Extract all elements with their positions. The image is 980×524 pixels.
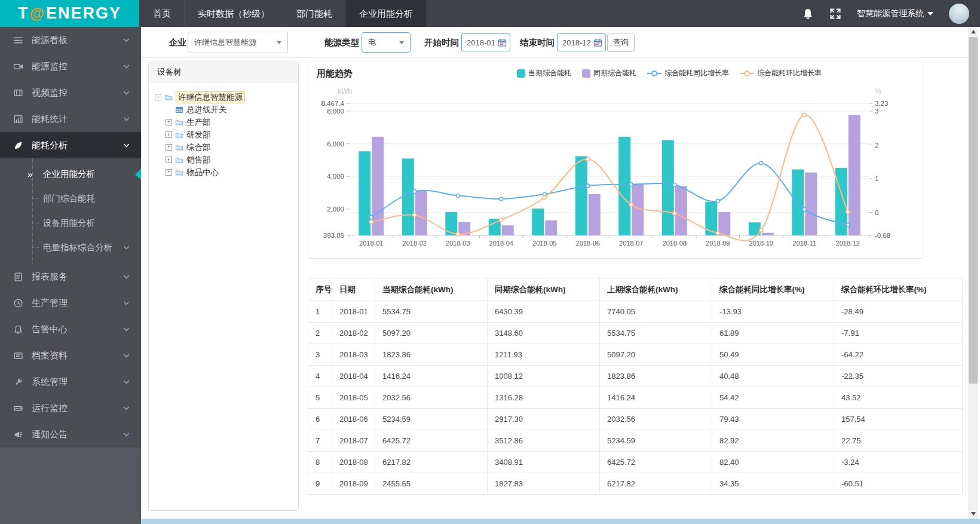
table-cell: 2018-09 xyxy=(332,473,375,495)
expand-icon[interactable]: + xyxy=(166,144,172,151)
legend-swatch xyxy=(517,69,525,78)
energy-type-select[interactable]: 电 xyxy=(362,32,411,53)
megaphone-icon xyxy=(13,430,23,440)
calendar-icon[interactable] xyxy=(498,38,507,47)
table-row[interactable]: 32018-031823.861211.935097.2050.49-64.22 xyxy=(308,344,963,366)
sidebar-item-生产管理[interactable]: 生产管理 xyxy=(0,290,141,316)
tree-node-物品中心[interactable]: +物品中心 xyxy=(166,166,292,179)
sidebar-item-能耗分析[interactable]: 能耗分析 xyxy=(0,132,141,158)
table-cell: 34.35 xyxy=(712,473,834,495)
sidebar-item-能耗统计[interactable]: 能耗统计 xyxy=(0,106,141,132)
legend-item-综合能耗环比增长率[interactable]: 综合能耗环比增长率 xyxy=(740,68,822,78)
sidebar-item-能源监控[interactable]: 能源监控 xyxy=(0,53,141,79)
tree-node-总进线开关[interactable]: 总进线开关 xyxy=(166,103,292,116)
brand-logo: T@ENERGY xyxy=(0,0,139,27)
end-time-label: 结束时间 xyxy=(520,37,555,48)
sidebar-item-系统管理[interactable]: 系统管理 xyxy=(0,369,141,395)
svg-text:2018-02: 2018-02 xyxy=(403,240,427,247)
device-tree-title: 设备树 xyxy=(149,62,298,82)
table-cell: -60.51 xyxy=(834,473,963,495)
legend-label: 同期综合能耗 xyxy=(593,68,636,78)
calendar-icon[interactable] xyxy=(593,38,602,47)
nav-item[interactable]: 部门能耗 xyxy=(283,0,345,27)
table-cell: 5534.75 xyxy=(600,323,712,344)
expand-icon[interactable]: + xyxy=(166,157,172,163)
table-row[interactable]: 22018-025097.203148.605534.7561.89-7.91 xyxy=(308,323,963,344)
nav-item[interactable]: 企业用能分析 xyxy=(345,0,426,27)
legend-line-marker xyxy=(740,70,754,77)
sidebar-item-运行监控[interactable]: 运行监控 xyxy=(0,395,141,421)
legend-item-当期综合能耗[interactable]: 当期综合能耗 xyxy=(517,68,571,78)
table-row[interactable]: 52018-052032.561316.281416.2454.4243.52 xyxy=(308,387,963,409)
table-row[interactable]: 72018-076425.723512.865234.5982.9222.75 xyxy=(308,430,963,452)
start-date-input[interactable] xyxy=(467,38,498,47)
company-select[interactable]: 许继信息智慧能源 xyxy=(188,32,288,53)
sidebar-subitem-电量指标综合分析[interactable]: 电量指标综合分析 xyxy=(0,235,141,260)
tree-node-label: 销售部 xyxy=(186,155,211,166)
sidebar-item-档案资料[interactable]: 档案资料 xyxy=(0,342,141,369)
table-cell: 9 xyxy=(308,473,332,495)
legend-swatch xyxy=(582,69,590,78)
table-cell: -64.22 xyxy=(834,344,963,366)
bell-icon xyxy=(13,324,23,335)
chevron-down-icon xyxy=(122,142,130,149)
scrollbar-thumb[interactable] xyxy=(969,37,978,384)
sidebar-subitem-企业用能分析[interactable]: »企业用能分析 xyxy=(0,162,141,186)
tree-node-生产部[interactable]: +生产部 xyxy=(166,116,292,128)
table-cell: 61.89 xyxy=(712,323,834,344)
legend-item-综合能耗同比增长率[interactable]: 综合能耗同比增长率 xyxy=(647,68,729,78)
table-cell: 43.52 xyxy=(834,387,963,409)
chevron-down-icon xyxy=(122,299,130,307)
table-cell: 50.49 xyxy=(712,344,834,366)
sidebar-subitem-设备用能分析[interactable]: 设备用能分析 xyxy=(0,211,141,235)
notification-bell-icon[interactable] xyxy=(802,8,814,20)
table-row[interactable]: 82018-086217.823408.916425.7282.40-3.24 xyxy=(308,452,963,473)
sidebar-subitem-label: 企业用能分析 xyxy=(43,168,95,180)
chevron-down-icon xyxy=(122,63,130,71)
table-row[interactable]: 92018-092455.651827.836217.8234.35-60.51 xyxy=(308,473,963,495)
sidebar-item-label: 能源看板 xyxy=(32,35,68,46)
tree-node-销售部[interactable]: +销售部 xyxy=(166,154,292,166)
expand-icon[interactable]: + xyxy=(166,131,172,138)
tree-node-研发部[interactable]: +研发部 xyxy=(166,128,292,141)
sidebar-item-label: 生产管理 xyxy=(32,298,68,309)
end-date-input[interactable] xyxy=(562,38,593,47)
legend-item-同期综合能耗[interactable]: 同期综合能耗 xyxy=(582,68,636,78)
sidebar-subitem-部门综合能耗[interactable]: 部门综合能耗 xyxy=(0,186,141,211)
page-scrollbar[interactable] xyxy=(968,27,978,519)
sidebar-item-告警中心[interactable]: 告警中心 xyxy=(0,316,141,342)
tree-node-综合部[interactable]: +综合部 xyxy=(166,141,292,154)
scroll-up-arrow-icon[interactable] xyxy=(968,27,978,36)
collapse-icon[interactable]: − xyxy=(155,94,161,100)
table-cell: 40.48 xyxy=(712,366,834,387)
table-row[interactable]: 42018-041416.241008.121823.8640.48-22.35 xyxy=(308,366,963,387)
query-button[interactable]: 查询 xyxy=(607,33,635,52)
clock-icon xyxy=(13,298,23,308)
chevron-down-icon xyxy=(122,36,130,44)
energy-data-table: 序号日期当期综合能耗(kWh)同期综合能耗(kWh)上期综合能耗(kWh)综合能… xyxy=(308,278,963,495)
nav-item[interactable]: 实时数据（秒级） xyxy=(184,0,283,27)
chevron-down-icon xyxy=(122,115,130,123)
avatar[interactable] xyxy=(949,4,969,24)
expand-icon[interactable]: + xyxy=(166,119,172,125)
sidebar-item-视频监控[interactable]: 视频监控 xyxy=(0,79,141,106)
table-row[interactable]: 62018-065234.592917.302032.5679.43157.54 xyxy=(308,409,963,430)
sidebar-item-通知公告[interactable]: 通知公告 xyxy=(0,421,141,448)
table-cell: 2455.65 xyxy=(375,473,488,495)
expand-icon[interactable]: + xyxy=(166,169,172,176)
table-cell: 5 xyxy=(308,387,332,409)
chevron-down-icon xyxy=(122,431,130,439)
energy-type-value: 电 xyxy=(368,37,376,48)
sidebar-item-能源看板[interactable]: 能源看板 xyxy=(0,27,141,53)
tree-node-label: 物品中心 xyxy=(186,167,219,178)
camera-icon xyxy=(13,62,23,72)
table-row[interactable]: 12018-015534.756430.397740.05-13.93-28.4… xyxy=(308,301,963,323)
nav-item[interactable]: 首页 xyxy=(139,0,184,27)
system-menu[interactable]: 智慧能源管理系统 xyxy=(857,8,933,19)
sidebar-subitem-label: 电量指标综合分析 xyxy=(43,242,112,253)
tree-node-root[interactable]: − 许继信息智慧能源 xyxy=(155,91,292,103)
sidebar-item-报表服务[interactable]: 报表服务 xyxy=(0,263,141,290)
fullscreen-icon[interactable] xyxy=(829,8,841,20)
svg-text:2018-10: 2018-10 xyxy=(749,240,773,247)
scroll-down-arrow-icon[interactable] xyxy=(968,509,978,519)
